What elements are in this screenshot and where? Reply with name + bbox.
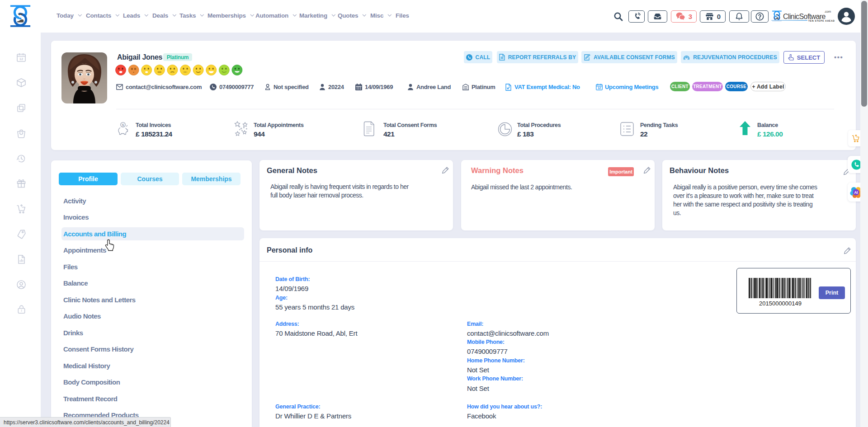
svg-text:!: ! <box>21 309 22 312</box>
svg-text:12: 12 <box>19 57 23 61</box>
svg-text:$: $ <box>122 123 124 127</box>
svg-text:AI: AI <box>854 191 858 195</box>
